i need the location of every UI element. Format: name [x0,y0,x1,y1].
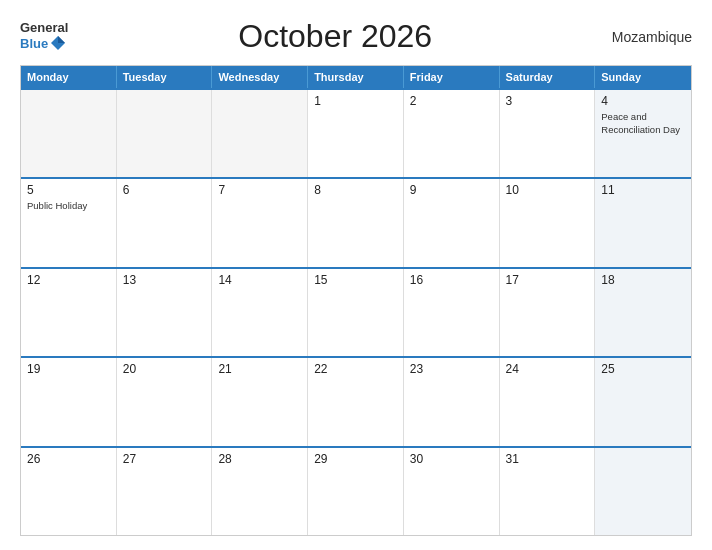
day-number: 11 [601,183,685,197]
day-number: 31 [506,452,589,466]
header-day-saturday: Saturday [500,66,596,88]
day-number: 21 [218,362,301,376]
cal-cell: 4Peace and Reconciliation Day [595,90,691,177]
cal-cell: 5Public Holiday [21,179,117,266]
cal-cell: 21 [212,358,308,445]
day-number: 25 [601,362,685,376]
cal-cell: 14 [212,269,308,356]
cal-cell: 10 [500,179,596,266]
day-number: 17 [506,273,589,287]
event-text: Public Holiday [27,200,87,211]
day-number: 7 [218,183,301,197]
day-number: 16 [410,273,493,287]
cal-cell: 3 [500,90,596,177]
cal-cell: 28 [212,448,308,535]
country-label: Mozambique [602,29,692,45]
logo-flag-icon [49,34,67,52]
logo-general-text: General [20,21,68,34]
week-row-3: 12131415161718 [21,267,691,356]
cal-cell: 15 [308,269,404,356]
cal-cell [117,90,213,177]
day-number: 20 [123,362,206,376]
cal-cell: 19 [21,358,117,445]
calendar-header: MondayTuesdayWednesdayThursdayFridaySatu… [21,66,691,88]
logo: General Blue [20,21,68,52]
day-number: 5 [27,183,110,197]
calendar-body: 1234Peace and Reconciliation Day5Public … [21,88,691,535]
calendar: MondayTuesdayWednesdayThursdayFridaySatu… [20,65,692,536]
page: General Blue October 2026 Mozambique Mon… [0,0,712,550]
cal-cell: 30 [404,448,500,535]
day-number: 26 [27,452,110,466]
day-number: 10 [506,183,589,197]
cal-cell [21,90,117,177]
day-number: 22 [314,362,397,376]
day-number: 23 [410,362,493,376]
cal-cell [595,448,691,535]
header-day-monday: Monday [21,66,117,88]
event-text: Peace and Reconciliation Day [601,111,680,135]
cal-cell [212,90,308,177]
cal-cell: 29 [308,448,404,535]
cal-cell: 27 [117,448,213,535]
day-number: 6 [123,183,206,197]
day-number: 29 [314,452,397,466]
day-number: 19 [27,362,110,376]
cal-cell: 6 [117,179,213,266]
day-number: 12 [27,273,110,287]
week-row-2: 5Public Holiday67891011 [21,177,691,266]
cal-cell: 13 [117,269,213,356]
cal-cell: 2 [404,90,500,177]
header-day-friday: Friday [404,66,500,88]
svg-marker-1 [58,36,65,43]
cal-cell: 20 [117,358,213,445]
cal-cell: 9 [404,179,500,266]
day-number: 8 [314,183,397,197]
day-number: 28 [218,452,301,466]
day-number: 1 [314,94,397,108]
header-day-wednesday: Wednesday [212,66,308,88]
day-number: 4 [601,94,685,108]
day-number: 24 [506,362,589,376]
cal-cell: 26 [21,448,117,535]
day-number: 18 [601,273,685,287]
day-number: 2 [410,94,493,108]
cal-cell: 18 [595,269,691,356]
cal-cell: 1 [308,90,404,177]
day-number: 30 [410,452,493,466]
cal-cell: 8 [308,179,404,266]
logo-blue-text: Blue [20,37,48,50]
week-row-1: 1234Peace and Reconciliation Day [21,88,691,177]
header: General Blue October 2026 Mozambique [20,18,692,55]
cal-cell: 23 [404,358,500,445]
day-number: 27 [123,452,206,466]
day-number: 9 [410,183,493,197]
cal-cell: 11 [595,179,691,266]
cal-cell: 7 [212,179,308,266]
month-title: October 2026 [68,18,602,55]
header-day-tuesday: Tuesday [117,66,213,88]
cal-cell: 22 [308,358,404,445]
week-row-5: 262728293031 [21,446,691,535]
cal-cell: 12 [21,269,117,356]
day-number: 14 [218,273,301,287]
cal-cell: 16 [404,269,500,356]
header-day-thursday: Thursday [308,66,404,88]
day-number: 13 [123,273,206,287]
week-row-4: 19202122232425 [21,356,691,445]
cal-cell: 17 [500,269,596,356]
cal-cell: 25 [595,358,691,445]
day-number: 15 [314,273,397,287]
cal-cell: 31 [500,448,596,535]
day-number: 3 [506,94,589,108]
header-day-sunday: Sunday [595,66,691,88]
cal-cell: 24 [500,358,596,445]
